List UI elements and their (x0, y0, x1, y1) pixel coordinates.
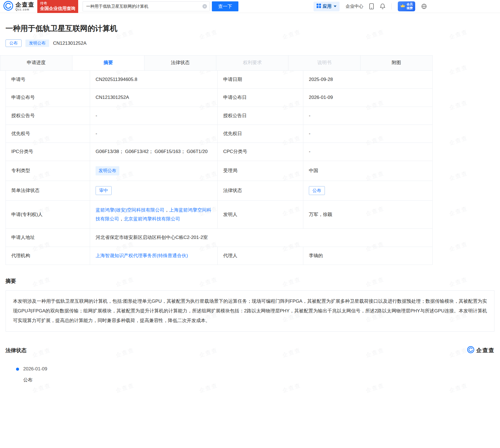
header: 企查查 Qcc.com 传奇 全国企业信用查询 ✕ 查一下 (0, 0, 500, 13)
clear-search-icon[interactable]: ✕ (202, 4, 207, 9)
applicant-link[interactable]: 北京蓝箭鸿擎科技有限公司 (124, 216, 180, 222)
watermark-text: 企查查 (31, 381, 52, 394)
agent-label: 代理人 (218, 247, 303, 265)
apps-label: 应用 (323, 4, 331, 9)
row-grant: 授权公告号 - 授权公告日 - (6, 107, 432, 125)
qcc-corner-logo: 企查查 (467, 346, 494, 355)
agent-value: 李镝的 (303, 247, 432, 265)
row-legal-status: 简单法律状态 审中 法律状态 公布 (6, 181, 432, 201)
applicants-cell: 蓝箭鸿擎(雄安)空间科技有限公司，上海蓝箭鸿擎空间科技有限公司，北京蓝箭鸿擎科技… (90, 201, 218, 228)
title-badges: 公布 发明公布 CN121301252A (6, 39, 494, 47)
separator: ， (119, 216, 124, 222)
timeline-status: 公布 (23, 377, 494, 383)
timeline-dot-icon (16, 368, 19, 371)
tab-abstract[interactable]: 摘要 (72, 56, 144, 70)
timeline-item: 2026-01-09 公布 (16, 366, 494, 383)
agency-label: 代理机构 (6, 247, 90, 265)
cpc-value: - (303, 143, 432, 160)
grant-date-label: 授权公告日 (218, 107, 303, 125)
divider (391, 3, 392, 9)
simple-legal-status-label: 简单法律状态 (6, 181, 90, 201)
mobile-phone-icon[interactable] (369, 3, 374, 9)
search-input[interactable] (83, 1, 210, 11)
address-label: 申请人地址 (6, 229, 90, 246)
publication-no-label: 申请公布号 (6, 89, 90, 106)
application-no-value: CN202511394605.8 (90, 71, 218, 88)
legal-status-badge: 公布 (6, 39, 22, 47)
patent-details-table: 申请号 CN202511394605.8 申请日期 2025-09-28 申请公… (6, 71, 433, 265)
watermark-text: 企查查 (281, 381, 302, 394)
row-application: 申请号 CN202511394605.8 申请日期 2025-09-28 (6, 71, 432, 89)
priority-date-value: - (303, 125, 432, 143)
tab-claims: 权利要求 (216, 56, 288, 70)
patent-type-tag: 发明公布 (96, 166, 119, 175)
publication-date-value: 2026-01-09 (303, 89, 432, 106)
apps-menu-button[interactable]: 应用 (314, 2, 340, 11)
application-date-value: 2025-09-28 (303, 71, 432, 88)
corner-logo-text: 企查查 (476, 347, 494, 354)
agency-cell: 上海智晟知识产权代理事务所(特殊普通合伙) (90, 247, 218, 265)
priority-no-value: - (90, 125, 218, 143)
promo-line2: 全国企业信用查询 (40, 6, 75, 12)
legal-status-heading: 法律状态 (6, 347, 27, 354)
notification-bell-icon[interactable] (380, 3, 385, 9)
chevron-down-icon (334, 6, 336, 7)
legal-status-tag: 公布 (309, 186, 325, 195)
apps-grid-icon (317, 4, 321, 9)
promo-line1: 传奇 (40, 1, 75, 6)
watermark-text: 企查查 (365, 381, 385, 394)
patent-type-badge: 发明公布 (25, 39, 49, 47)
row-classification: IPC分类号 G06F13/38； G06F13/42； G06F15/163；… (6, 143, 432, 161)
tab-legal-status[interactable]: 法律状态 (144, 56, 217, 70)
simple-legal-status-tag: 审中 (96, 186, 112, 195)
grant-date-value: - (303, 107, 432, 125)
search-button[interactable]: 查一下 (212, 1, 238, 11)
publication-date-label: 申请公布日 (218, 89, 303, 106)
patent-type-label: 专利类型 (6, 161, 90, 181)
abstract-text: 本发明涉及一种用于低轨卫星互联网的计算机，包括:图形处理单元GPU，其被配置为执… (6, 290, 494, 332)
agency-link[interactable]: 上海智晟知识产权代理事务所(特殊普通合伙) (96, 252, 188, 259)
vip-label-2: 续费 (407, 6, 413, 10)
qcc-logo[interactable]: 企查查 Qcc.com (3, 1, 35, 12)
priority-date-label: 优先权日 (218, 125, 303, 143)
search-bar: ✕ 查一下 (83, 1, 238, 11)
tab-description: 说明书 (288, 56, 360, 70)
promo-badge[interactable]: 传奇 全国企业信用查询 (37, 0, 78, 13)
brand-domain: Qcc.com (15, 8, 35, 11)
application-no-label: 申请号 (6, 71, 90, 88)
grant-no-value: - (90, 107, 218, 125)
tab-drawings[interactable]: 附图 (360, 56, 432, 70)
tab-application-progress[interactable]: 申请进度 (0, 56, 72, 70)
ipc-value: G06F13/38； G06F13/42； G06F15/163； G06T1/… (90, 143, 218, 160)
row-publication: 申请公布号 CN121301252A 申请公布日 2026-01-09 (6, 89, 432, 107)
applicant-link[interactable]: 蓝箭鸿擎(雄安)空间科技有限公司 (96, 207, 164, 213)
watermark-text: 企查查 (115, 381, 135, 394)
office-label: 受理局 (218, 161, 303, 181)
separator: ， (164, 207, 169, 213)
patent-type-cell: 发明公布 (90, 161, 218, 181)
tab-bar: 申请进度 摘要 法律状态 权利要求 说明书 附图 (0, 55, 433, 71)
vip-label-1: 会员 (407, 2, 413, 6)
page-title: 一种用于低轨卫星互联网的计算机 (6, 23, 494, 33)
timeline-date: 2026-01-09 (23, 366, 494, 372)
legal-status-timeline: 2026-01-09 公布 (6, 366, 494, 383)
row-agency: 代理机构 上海智晟知识产权代理事务所(特殊普通合伙) 代理人 李镝的 (6, 247, 432, 265)
watermark-text: 企查查 (198, 381, 219, 394)
publication-no-value: CN121301252A (90, 89, 218, 106)
qcc-logo-icon (3, 1, 13, 12)
legal-status-label: 法律状态 (218, 181, 303, 201)
grant-no-label: 授权公告号 (6, 107, 90, 125)
row-applicants: 申请(专利权)人 蓝箭鸿擎(雄安)空间科技有限公司，上海蓝箭鸿擎空间科技有限公司… (6, 201, 432, 229)
row-address: 申请人地址 河北省保定市雄安新区启动区科创中心C栋C2-201-2室 (6, 229, 432, 247)
vip-renew-button[interactable]: 会员 续费 (398, 1, 415, 11)
globe-icon[interactable] (421, 4, 427, 9)
abstract-section: 摘要 本发明涉及一种用于低轨卫星互联网的计算机，包括:图形处理单元GPU，其被配… (0, 278, 500, 332)
inventors-label: 发明人 (218, 201, 303, 228)
publication-number: CN121301252A (53, 41, 86, 46)
crown-icon (400, 4, 405, 9)
address-value: 河北省保定市雄安新区启动区科创中心C栋C2-201-2室 (90, 229, 432, 246)
row-priority: 优先权号 - 优先权日 - (6, 125, 432, 143)
enterprise-center-link[interactable]: 企业中心 (346, 4, 363, 9)
inventors-value: 万军，徐颖 (303, 201, 432, 228)
ipc-label: IPC分类号 (6, 143, 90, 160)
